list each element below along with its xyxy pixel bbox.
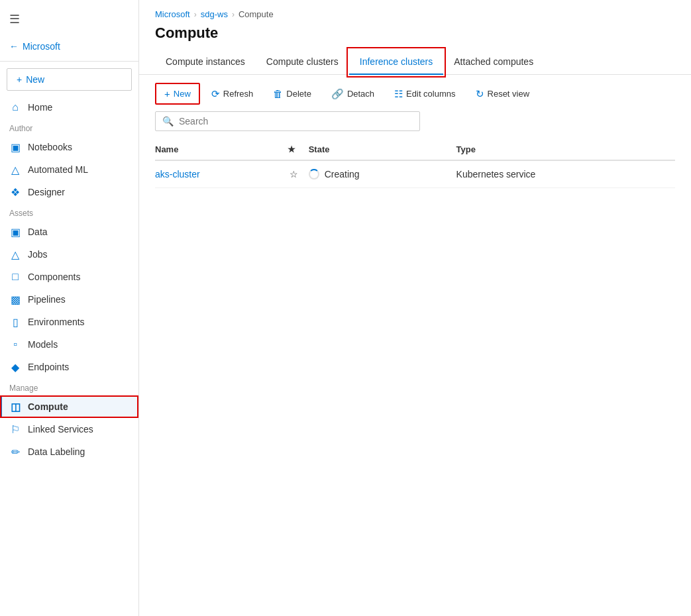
detach-icon: 🔗	[331, 88, 344, 100]
sidebar-models-label: Models	[28, 339, 58, 350]
page-title: Compute	[139, 19, 691, 50]
sidebar-item-data-labeling[interactable]: ✏ Data Labeling	[0, 440, 138, 463]
sidebar-item-notebooks[interactable]: ▣ Notebooks	[0, 136, 138, 158]
col-header-name: Name	[155, 139, 288, 160]
sidebar-item-jobs[interactable]: △ Jobs	[0, 243, 138, 266]
data-icon: ▣	[9, 226, 21, 238]
search-input[interactable]	[179, 116, 413, 127]
sidebar-item-components[interactable]: □ Components	[0, 266, 138, 288]
sidebar-author-label: Author	[0, 119, 138, 136]
sidebar-divider-top	[0, 61, 138, 62]
breadcrumb-compute: Compute	[239, 9, 274, 19]
reset-view-button[interactable]: ↻ Reset view	[467, 83, 539, 105]
sidebar-designer-label: Designer	[28, 187, 65, 197]
notebooks-icon: ▣	[9, 141, 21, 153]
table-area: Name ★ State Type aks-cluster☆CreatingKu…	[139, 139, 691, 616]
state-text: Creating	[325, 169, 360, 180]
table-header-row: Name ★ State Type	[155, 139, 675, 160]
breadcrumb-sep-2: ›	[232, 10, 235, 19]
col-header-star: ★	[288, 139, 309, 160]
refresh-button-label: Refresh	[223, 89, 254, 99]
data-labeling-icon: ✏	[9, 446, 21, 458]
search-input-wrap: 🔍	[155, 111, 420, 131]
sidebar-item-designer[interactable]: ❖ Designer	[0, 181, 138, 203]
sidebar-endpoints-label: Endpoints	[28, 362, 69, 372]
reset-view-button-label: Reset view	[488, 89, 530, 99]
tab-compute-instances[interactable]: Compute instances	[155, 50, 256, 75]
endpoints-icon: ◆	[9, 361, 21, 373]
sidebar: ☰ ← Microsoft + New ⌂ Home Author ▣ Note…	[0, 0, 139, 616]
sidebar-automated-ml-label: Automated ML	[28, 164, 88, 175]
sidebar-data-labeling-label: Data Labeling	[28, 446, 85, 457]
col-header-type: Type	[456, 139, 675, 160]
search-icon: 🔍	[162, 116, 174, 127]
sidebar-item-models[interactable]: ▫ Models	[0, 333, 138, 356]
compute-icon: ◫	[9, 401, 21, 413]
delete-button-label: Delete	[286, 89, 311, 99]
sidebar-item-home[interactable]: ⌂ Home	[0, 96, 138, 119]
detach-button[interactable]: 🔗 Detach	[323, 83, 383, 105]
sidebar-item-automated-ml[interactable]: △ Automated ML	[0, 158, 138, 181]
hamburger-icon[interactable]: ☰	[0, 5, 138, 33]
tab-compute-clusters[interactable]: Compute clusters	[256, 50, 349, 75]
sidebar-compute-label: Compute	[28, 401, 68, 412]
edit-columns-button-label: Edit columns	[406, 89, 455, 99]
delete-icon: 🗑	[273, 88, 283, 99]
sidebar-back-label: Microsoft	[23, 41, 60, 52]
breadcrumb-sdg-ws[interactable]: sdg-ws	[201, 9, 228, 19]
sidebar-assets-label: Assets	[0, 203, 138, 221]
new-button[interactable]: + New	[155, 83, 200, 105]
plus-icon: +	[17, 74, 22, 85]
edit-columns-icon: ☷	[394, 88, 403, 100]
sidebar-components-label: Components	[28, 272, 80, 282]
home-icon: ⌂	[9, 101, 21, 113]
reset-view-icon: ↻	[476, 88, 484, 100]
data-table: Name ★ State Type aks-cluster☆CreatingKu…	[155, 139, 675, 188]
tab-inference-clusters[interactable]: Inference clusters	[349, 50, 444, 75]
breadcrumb-sep-1: ›	[194, 10, 197, 19]
creating-spinner	[309, 169, 319, 180]
back-icon: ←	[9, 41, 19, 52]
sidebar-item-linked-services[interactable]: ⚐ Linked Services	[0, 418, 138, 440]
sidebar-home-label: Home	[28, 102, 52, 113]
sidebar-notebooks-label: Notebooks	[28, 142, 72, 152]
main-content: Microsoft › sdg-ws › Compute Compute Com…	[139, 0, 691, 616]
state-cell: Creating	[309, 160, 456, 188]
linked-services-icon: ⚐	[9, 423, 21, 435]
edit-columns-button[interactable]: ☷ Edit columns	[386, 83, 464, 105]
sidebar-item-pipelines[interactable]: ▩ Pipelines	[0, 288, 138, 311]
environments-icon: ▯	[9, 316, 21, 328]
col-header-state: State	[309, 139, 456, 160]
plus-icon: +	[164, 88, 170, 99]
search-bar: 🔍	[155, 111, 675, 131]
sidebar-item-compute[interactable]: ◫ Compute	[0, 395, 138, 418]
sidebar-pipelines-label: Pipelines	[28, 294, 66, 305]
detach-button-label: Detach	[347, 89, 374, 99]
sidebar-new-button[interactable]: + New	[7, 68, 132, 91]
sidebar-item-endpoints[interactable]: ◆ Endpoints	[0, 356, 138, 378]
new-button-label: New	[174, 89, 191, 99]
sidebar-new-label: New	[26, 74, 44, 85]
breadcrumb: Microsoft › sdg-ws › Compute	[139, 0, 691, 19]
pipelines-icon: ▩	[9, 293, 21, 305]
models-icon: ▫	[9, 338, 21, 350]
sidebar-linked-services-label: Linked Services	[28, 424, 93, 435]
sidebar-back-button[interactable]: ← Microsoft	[0, 36, 138, 57]
type-cell: Kubernetes service	[456, 160, 675, 188]
components-icon: □	[9, 271, 21, 283]
toolbar: + New ⟳ Refresh 🗑 Delete 🔗 Detach ☷ Edit…	[139, 75, 691, 111]
sidebar-jobs-label: Jobs	[28, 249, 48, 260]
sidebar-item-environments[interactable]: ▯ Environments	[0, 311, 138, 333]
sidebar-data-label: Data	[28, 227, 48, 237]
sidebar-environments-label: Environments	[28, 317, 85, 327]
jobs-icon: △	[9, 248, 21, 260]
star-cell[interactable]: ☆	[288, 160, 309, 188]
refresh-button[interactable]: ⟳ Refresh	[203, 83, 262, 105]
breadcrumb-microsoft[interactable]: Microsoft	[155, 9, 190, 19]
automated-ml-icon: △	[9, 164, 21, 176]
delete-button[interactable]: 🗑 Delete	[264, 83, 320, 104]
table-row: aks-cluster☆CreatingKubernetes service	[155, 160, 675, 188]
sidebar-item-data[interactable]: ▣ Data	[0, 221, 138, 243]
cluster-name-link[interactable]: aks-cluster	[155, 169, 200, 180]
tab-attached-computes[interactable]: Attached computes	[443, 50, 544, 75]
